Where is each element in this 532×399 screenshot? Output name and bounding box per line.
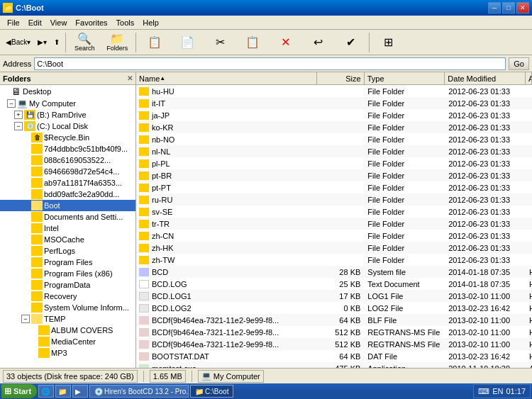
back-button[interactable]: ◀ Back ▾: [3, 33, 33, 52]
paste-button[interactable]: 📋: [237, 31, 268, 54]
up-button[interactable]: ⬆: [51, 33, 62, 52]
menu-favorites[interactable]: Favorites: [71, 17, 111, 28]
expander-localdisk[interactable]: −: [14, 122, 23, 130]
perflogs-icon: [31, 246, 43, 256]
tree-item-localdisk[interactable]: − 💿 (C:) Local Disk: [0, 120, 135, 132]
file-row[interactable]: BOOTSTAT.DAT 64 KB DAT File 2013-02-23 1…: [136, 350, 532, 362]
tree-item-boot[interactable]: Boot: [0, 200, 135, 211]
taskbar-app-1[interactable]: 💿 Hiren's BootCD 13.2 - Pro...: [89, 385, 189, 398]
file-row[interactable]: BCD.LOG 25 KB Text Document 2014-01-18 0…: [136, 278, 532, 290]
tree-item-docsettings[interactable]: Documents and Setti...: [0, 211, 135, 223]
file-row[interactable]: BCDf{9b464ea-7321-11e2-9e99-f8... 512 KB…: [136, 326, 532, 338]
expander-temp[interactable]: −: [21, 315, 30, 323]
delete-button[interactable]: ✕: [270, 31, 301, 54]
file-row[interactable]: nb-NO File Folder 2012-06-23 01:33: [136, 133, 532, 145]
col-header-date[interactable]: Date Modified: [445, 72, 526, 84]
views-button[interactable]: ⊞: [372, 31, 404, 54]
close-button[interactable]: ✕: [516, 2, 529, 13]
taskbar-quick-launch-1[interactable]: 🌐: [38, 385, 54, 398]
file-type: File Folder: [365, 244, 445, 252]
menu-file[interactable]: File: [3, 17, 24, 28]
tree-item-mycomputer[interactable]: − 💻 My Computer: [0, 98, 135, 109]
file-row[interactable]: ja-JP File Folder 2012-06-23 01:33: [136, 109, 532, 121]
folders-button[interactable]: 📁 Folders: [101, 31, 133, 54]
file-date: 2012-06-23 01:33: [445, 184, 526, 192]
copy-to-button[interactable]: 📄: [172, 31, 203, 54]
minimize-button[interactable]: ─: [488, 2, 501, 13]
tree-item-sysvol[interactable]: System Volume Inform...: [0, 302, 135, 313]
menu-help[interactable]: Help: [138, 17, 163, 28]
tree-item-progfilesx86[interactable]: Program Files (x86): [0, 268, 135, 279]
tree-item-progfiles[interactable]: Program Files: [0, 257, 135, 268]
tree-item-progdata[interactable]: ProgramData: [0, 279, 135, 291]
file-row[interactable]: zh-TW File Folder 2012-06-23 01:33: [136, 254, 532, 266]
file-row[interactable]: BCDf{9b464ea-7321-11e2-9e99-f8... 64 KB …: [136, 314, 532, 326]
col-header-name[interactable]: Name: [136, 72, 317, 84]
tree-item-f4[interactable]: ab97a11817f4a6353...: [0, 177, 135, 189]
expander-mycomputer[interactable]: −: [7, 99, 16, 108]
panel-close-button[interactable]: ✕: [127, 74, 133, 82]
menu-view[interactable]: View: [46, 17, 72, 28]
desktop-icon: 🖥: [11, 86, 21, 97]
tree-item-perflogs[interactable]: PerfLogs: [0, 245, 135, 257]
col-header-type[interactable]: Type: [365, 72, 445, 84]
tree-item-ramdrive[interactable]: + 💾 (B:) RamDrive: [0, 109, 135, 120]
file-attr: HSA: [526, 316, 532, 325]
taskbar-quick-launch-2[interactable]: 📁: [55, 385, 71, 398]
properties-button[interactable]: ✔: [335, 31, 366, 54]
col-header-size[interactable]: Size: [317, 72, 365, 84]
tree-item-f1[interactable]: 7d4ddbbc9c51bfb40f9...: [0, 143, 135, 154]
file-name: it-IT: [136, 99, 318, 108]
tree-item-desktop[interactable]: 🖥 Desktop: [0, 85, 135, 98]
maximize-button[interactable]: □: [502, 2, 515, 13]
file-row[interactable]: tr-TR File Folder 2012-06-23 01:33: [136, 218, 532, 230]
cut-button[interactable]: ✂: [204, 31, 235, 54]
tree-label-f1: 7d4ddbbc9c51bfb40f9...: [44, 145, 128, 153]
tree-item-intel[interactable]: Intel: [0, 223, 135, 234]
file-row[interactable]: zh-HK File Folder 2012-06-23 01:33: [136, 242, 532, 254]
file-row[interactable]: sv-SE File Folder 2012-06-23 01:33: [136, 206, 532, 218]
menu-tools[interactable]: Tools: [112, 17, 139, 28]
tree-item-albumcovers[interactable]: ALBUM COVERS: [0, 325, 135, 336]
file-row[interactable]: memtest.exe 475 KB Application 2010-11-1…: [136, 362, 532, 368]
file-row[interactable]: BCD.LOG1 17 KB LOG1 File 2013-02-10 11:0…: [136, 290, 532, 302]
tree-item-recovery[interactable]: Recovery: [0, 291, 135, 302]
forward-button[interactable]: ▶ ▾: [35, 33, 50, 52]
localdisk-icon: 💿: [24, 121, 35, 131]
start-button[interactable]: ⊞ Start: [1, 384, 37, 398]
file-row[interactable]: pt-PT File Folder 2012-06-23 01:33: [136, 181, 532, 193]
window-icon: 📁: [3, 3, 13, 13]
file-row[interactable]: pl-PL File Folder 2012-06-23 01:33: [136, 157, 532, 169]
tree-item-f2[interactable]: 088c6169053522...: [0, 154, 135, 166]
file-row[interactable]: hu-HU File Folder 2012-06-23 01:33: [136, 85, 532, 97]
tree-item-recyclebin[interactable]: 🗑 $Recycle.Bin: [0, 132, 135, 143]
move-to-button[interactable]: 📋: [139, 31, 170, 54]
col-header-attr[interactable]: Attribut...: [526, 72, 532, 84]
up-icon: ⬆: [54, 38, 60, 46]
file-row[interactable]: BCD.LOG2 0 KB LOG2 File 2013-02-23 16:42…: [136, 302, 532, 314]
tree-item-mediacenter[interactable]: MediaCenter: [0, 336, 135, 347]
search-button[interactable]: 🔍 Search: [69, 31, 100, 54]
file-date: 2012-06-23 01:33: [445, 159, 526, 168]
tree-item-mp3[interactable]: MP3: [0, 347, 135, 359]
file-row[interactable]: ru-RU File Folder 2012-06-23 01:33: [136, 193, 532, 206]
tree-item-msocache[interactable]: MSOCache: [0, 234, 135, 245]
file-row[interactable]: zh-CN File Folder 2012-06-23 01:33: [136, 230, 532, 242]
file-row[interactable]: pt-BR File Folder 2012-06-23 01:33: [136, 169, 532, 181]
expander-ramdrive[interactable]: +: [14, 111, 23, 119]
tree-item-f5[interactable]: bdd09atfc3e2a90dd...: [0, 189, 135, 200]
taskbar-quick-launch-3[interactable]: ▶: [72, 385, 88, 398]
menu-edit[interactable]: Edit: [24, 17, 46, 28]
file-row[interactable]: BCD 28 KB System file 2014-01-18 07:35 H…: [136, 266, 532, 278]
file-row[interactable]: ko-KR File Folder 2012-06-23 01:33: [136, 121, 532, 133]
address-input[interactable]: [34, 57, 506, 70]
file-type-icon: [139, 268, 149, 276]
file-row[interactable]: it-IT File Folder 2012-06-23 01:33: [136, 97, 532, 109]
file-row[interactable]: nl-NL File Folder 2012-06-23 01:33: [136, 145, 532, 157]
tree-item-f3[interactable]: 69466698d72e54c4...: [0, 166, 135, 177]
tree-item-temp[interactable]: − TEMP: [0, 313, 135, 325]
taskbar-app-2[interactable]: 📁 C:\Boot: [190, 385, 233, 398]
undo-button[interactable]: ↩: [302, 31, 333, 54]
file-row[interactable]: BCDf{9b464ea-7321-11e2-9e99-f8... 512 KB…: [136, 338, 532, 350]
go-button[interactable]: Go: [509, 57, 529, 70]
